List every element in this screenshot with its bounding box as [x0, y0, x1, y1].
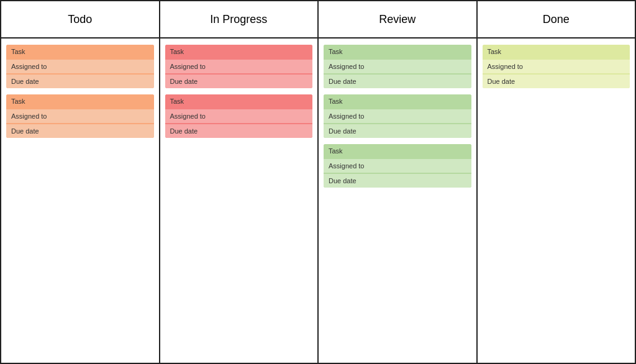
card-review-2[interactable]: TaskAssigned toDue date: [324, 144, 471, 188]
card-due-field: Due date: [324, 124, 471, 138]
column-body-review: TaskAssigned toDue dateTaskAssigned toDu…: [319, 39, 476, 363]
card-task-field: Task: [324, 45, 471, 58]
column-body-inprogress: TaskAssigned toDue dateTaskAssigned toDu…: [160, 39, 318, 363]
column-body-todo: TaskAssigned toDue dateTaskAssigned toDu…: [1, 39, 159, 363]
card-assigned-field: Assigned to: [6, 60, 154, 73]
column-body-done: TaskAssigned toDue date: [478, 39, 635, 363]
column-header-todo: Todo: [1, 1, 159, 39]
kanban-board: TodoTaskAssigned toDue dateTaskAssigned …: [0, 0, 636, 364]
card-review-0[interactable]: TaskAssigned toDue date: [324, 45, 471, 88]
card-task-field: Task: [483, 45, 630, 58]
card-assigned-field: Assigned to: [483, 60, 630, 73]
column-header-review: Review: [319, 1, 476, 39]
card-inprogress-0[interactable]: TaskAssigned toDue date: [165, 45, 313, 88]
column-header-inprogress: In Progress: [160, 1, 318, 39]
column-review: ReviewTaskAssigned toDue dateTaskAssigne…: [319, 1, 478, 363]
card-done-0[interactable]: TaskAssigned toDue date: [483, 45, 630, 88]
column-inprogress: In ProgressTaskAssigned toDue dateTaskAs…: [160, 1, 319, 363]
card-review-1[interactable]: TaskAssigned toDue date: [324, 94, 471, 138]
column-done: DoneTaskAssigned toDue date: [478, 1, 635, 363]
card-task-field: Task: [6, 45, 154, 58]
card-task-field: Task: [165, 94, 313, 108]
card-todo-0[interactable]: TaskAssigned toDue date: [6, 45, 154, 88]
card-due-field: Due date: [6, 124, 154, 138]
card-due-field: Due date: [165, 75, 313, 88]
card-due-field: Due date: [165, 124, 313, 138]
column-todo: TodoTaskAssigned toDue dateTaskAssigned …: [1, 1, 160, 363]
card-todo-1[interactable]: TaskAssigned toDue date: [6, 94, 154, 138]
card-task-field: Task: [6, 94, 154, 108]
card-due-field: Due date: [324, 174, 471, 188]
column-header-done: Done: [478, 1, 635, 39]
card-due-field: Due date: [483, 75, 630, 88]
card-due-field: Due date: [6, 75, 154, 88]
card-assigned-field: Assigned to: [324, 60, 471, 73]
card-task-field: Task: [165, 45, 313, 58]
card-assigned-field: Assigned to: [165, 60, 313, 73]
card-assigned-field: Assigned to: [324, 159, 471, 173]
card-task-field: Task: [324, 144, 471, 158]
card-task-field: Task: [324, 94, 471, 108]
card-assigned-field: Assigned to: [165, 109, 313, 123]
card-due-field: Due date: [324, 75, 471, 88]
card-assigned-field: Assigned to: [6, 109, 154, 123]
card-inprogress-1[interactable]: TaskAssigned toDue date: [165, 94, 313, 138]
card-assigned-field: Assigned to: [324, 109, 471, 123]
